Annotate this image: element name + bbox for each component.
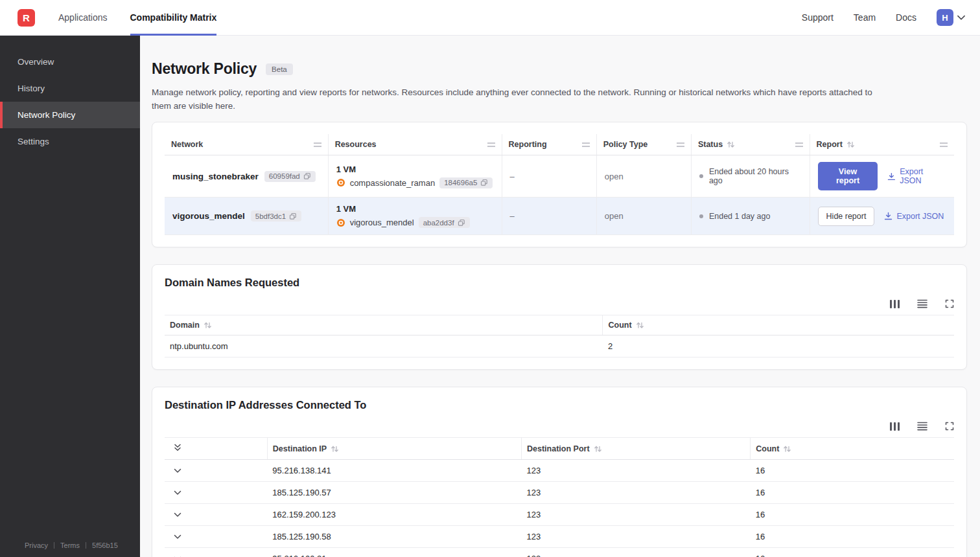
top-navigation: Applications Compatibility Matrix xyxy=(58,0,239,36)
user-menu[interactable]: H xyxy=(937,9,966,26)
network-row[interactable]: vigorous_mendel 5bdf3dc1 1 VM vigorous_m… xyxy=(165,198,954,235)
column-resize-handle[interactable] xyxy=(582,142,590,147)
network-policy-card: Network Resources Reporting Policy Type … xyxy=(152,122,967,247)
copy-icon[interactable] xyxy=(303,172,311,180)
sidebar-item-history[interactable]: History xyxy=(0,75,140,102)
policy-type-value: open xyxy=(596,155,691,198)
nav-applications[interactable]: Applications xyxy=(58,0,108,36)
col-header-report: Report xyxy=(817,140,843,149)
privacy-link[interactable]: Privacy xyxy=(25,541,48,549)
card-title: Destination IP Addresses Connected To xyxy=(165,399,954,411)
resource-icon xyxy=(336,178,345,187)
column-resize-handle[interactable] xyxy=(487,142,495,147)
destination-row[interactable]: 185.125.190.57 123 16 xyxy=(165,482,954,504)
nav-compatibility-matrix[interactable]: Compatibility Matrix xyxy=(130,0,217,36)
column-resize-handle[interactable] xyxy=(314,142,321,147)
domain-value: ntp.ubuntu.com xyxy=(165,335,603,358)
view-report-button[interactable]: View report xyxy=(818,162,878,190)
domain-names-card: Domain Names Requested Domain Count ntp.… xyxy=(152,264,967,370)
download-icon xyxy=(884,212,892,220)
destination-port-value: 123 xyxy=(522,482,751,504)
destination-ips-card: Destination IP Addresses Connected To De… xyxy=(152,387,967,557)
count-value: 16 xyxy=(751,526,954,548)
status-dot xyxy=(699,214,703,218)
destination-row[interactable]: 162.159.200.123 123 16 xyxy=(165,504,954,526)
column-resize-handle[interactable] xyxy=(940,142,948,147)
col-header-destination-port: Destination Port xyxy=(527,444,590,453)
fullscreen-icon[interactable] xyxy=(945,422,954,431)
resource-name: compassionate_raman xyxy=(350,178,436,188)
reporting-value: – xyxy=(502,155,596,198)
destination-ip-value: 95.216.100.21 xyxy=(267,548,521,557)
sort-icon[interactable] xyxy=(636,321,644,329)
network-id-badge: 60959fad xyxy=(264,171,316,182)
sort-icon[interactable] xyxy=(204,321,212,329)
column-resize-handle[interactable] xyxy=(795,142,803,147)
rows-icon[interactable] xyxy=(917,422,928,431)
expand-all-icon[interactable] xyxy=(174,444,181,451)
export-json-link[interactable]: Export JSON xyxy=(884,212,944,221)
col-header-policy-type: Policy Type xyxy=(603,140,648,149)
fullscreen-icon[interactable] xyxy=(945,299,954,308)
nav-support[interactable]: Support xyxy=(802,12,834,23)
sort-icon[interactable] xyxy=(727,141,735,148)
column-resize-handle[interactable] xyxy=(677,142,684,147)
destination-ip-value: 185.125.190.58 xyxy=(267,526,521,548)
col-header-network: Network xyxy=(171,140,203,149)
beta-badge: Beta xyxy=(266,63,293,75)
nav-team[interactable]: Team xyxy=(854,12,876,23)
count-value: 16 xyxy=(751,504,954,526)
destination-row[interactable]: 95.216.100.21 123 16 xyxy=(165,548,954,557)
domains-table: Domain Count ntp.ubuntu.com 2 xyxy=(165,315,954,358)
destination-ip-value: 185.125.190.57 xyxy=(267,482,521,504)
columns-icon[interactable] xyxy=(890,422,900,431)
app-logo[interactable]: R xyxy=(18,9,35,27)
col-header-count: Count xyxy=(756,444,779,453)
sidebar-item-settings[interactable]: Settings xyxy=(0,128,140,155)
destination-port-value: 123 xyxy=(522,526,751,548)
domain-row[interactable]: ntp.ubuntu.com 2 xyxy=(165,335,954,358)
sidebar: Overview History Network Policy Settings… xyxy=(0,36,140,557)
col-header-destination-ip: Destination IP xyxy=(273,444,327,453)
count-value: 16 xyxy=(751,460,954,482)
policy-type-value: open xyxy=(596,198,691,235)
copy-icon[interactable] xyxy=(289,212,297,220)
sort-icon[interactable] xyxy=(846,141,855,148)
hide-report-button[interactable]: Hide report xyxy=(818,207,875,226)
build-version: 5f56b15 xyxy=(92,541,118,549)
sort-icon[interactable] xyxy=(783,445,791,453)
rows-icon[interactable] xyxy=(917,299,928,308)
resource-name: vigorous_mendel xyxy=(350,218,414,227)
expand-row-icon[interactable] xyxy=(174,534,181,540)
page-description: Manage network policy, reporting and vie… xyxy=(152,85,874,113)
nav-docs[interactable]: Docs xyxy=(896,12,916,23)
avatar[interactable]: H xyxy=(937,9,953,26)
destination-port-value: 123 xyxy=(522,460,751,482)
count-value: 16 xyxy=(751,548,954,557)
export-json-link[interactable]: Export JSON xyxy=(887,167,946,185)
network-id-badge: 5bdf3dc1 xyxy=(251,210,301,222)
sidebar-item-network-policy[interactable]: Network Policy xyxy=(0,102,140,128)
reporting-value: – xyxy=(502,198,596,235)
resource-id-badge: 184696a5 xyxy=(439,177,493,188)
copy-icon[interactable] xyxy=(458,219,465,227)
resource-icon xyxy=(336,218,345,227)
expand-row-icon[interactable] xyxy=(174,490,181,495)
terms-link[interactable]: Terms xyxy=(60,541,80,549)
expand-row-icon[interactable] xyxy=(174,512,181,517)
sidebar-item-overview[interactable]: Overview xyxy=(0,49,140,75)
divider xyxy=(54,542,54,549)
destination-row[interactable]: 95.216.138.141 123 16 xyxy=(165,460,954,482)
col-header-resources: Resources xyxy=(335,140,377,149)
network-row[interactable]: musing_stonebraker 60959fad 1 VM compass… xyxy=(165,155,954,198)
destination-row[interactable]: 185.125.190.58 123 16 xyxy=(165,526,954,548)
sort-icon[interactable] xyxy=(331,445,339,453)
expand-row-icon[interactable] xyxy=(174,468,181,473)
resource-count: 1 VM xyxy=(336,165,494,174)
network-name: vigorous_mendel xyxy=(172,211,245,221)
count-value: 16 xyxy=(751,482,954,504)
columns-icon[interactable] xyxy=(890,300,900,308)
card-title: Domain Names Requested xyxy=(165,277,954,289)
copy-icon[interactable] xyxy=(480,179,488,187)
sort-icon[interactable] xyxy=(594,445,602,453)
